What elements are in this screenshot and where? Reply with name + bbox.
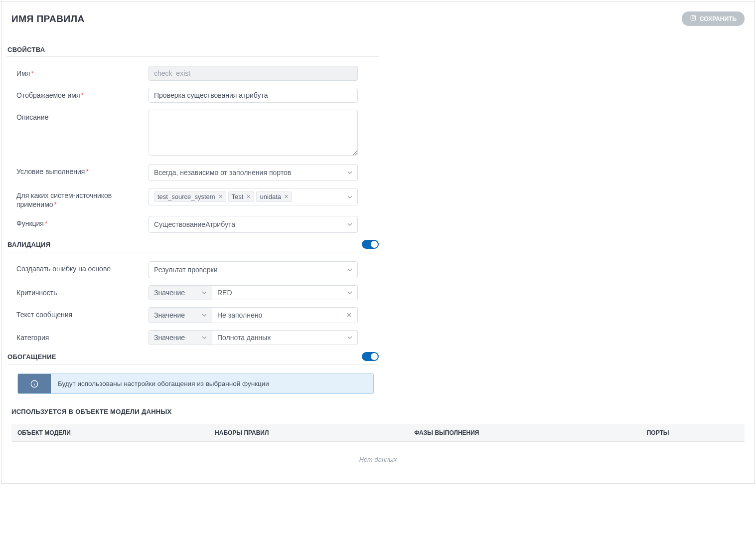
- chevron-down-icon: [347, 267, 352, 272]
- error-basis-value: Результат проверки: [154, 266, 347, 274]
- validation-toggle[interactable]: [362, 240, 379, 249]
- col-phases: ФАЗЫ ВЫПОЛНЕНИЯ: [408, 424, 641, 442]
- condition-label: Условие выполнения*: [16, 164, 149, 176]
- category-value-select[interactable]: Полнота данных: [212, 330, 358, 345]
- message-mode-select[interactable]: Значение: [149, 307, 212, 323]
- condition-select[interactable]: Всегда, независимо от заполнения портов: [149, 164, 358, 181]
- condition-value: Всегда, независимо от заполнения портов: [154, 169, 347, 177]
- source-tag: Test✕: [228, 191, 255, 202]
- source-tag: test_source_system✕: [154, 191, 226, 202]
- function-label: Функция*: [16, 216, 149, 228]
- description-textarea[interactable]: [149, 110, 358, 156]
- source-tag: unidata✕: [256, 191, 292, 202]
- col-rule-sets: НАБОРЫ ПРАВИЛ: [209, 424, 408, 442]
- tag-remove-icon[interactable]: ✕: [218, 193, 223, 200]
- chevron-down-icon: [202, 313, 207, 318]
- col-ports: ПОРТЫ: [641, 424, 745, 442]
- col-model-object: ОБЪЕКТ МОДЕЛИ: [11, 424, 209, 442]
- message-value-input[interactable]: Не заполнено ✕: [212, 307, 358, 323]
- error-basis-label: Создавать ошибку на основе: [16, 261, 149, 273]
- save-button[interactable]: СОХРАНИТЬ: [682, 11, 745, 26]
- enrichment-info-text: Будут использованы настройки обогащения …: [51, 374, 276, 393]
- info-icon: [18, 374, 51, 393]
- usage-table: ОБЪЕКТ МОДЕЛИ НАБОРЫ ПРАВИЛ ФАЗЫ ВЫПОЛНЕ…: [11, 424, 745, 442]
- chevron-down-icon: [347, 335, 352, 340]
- validation-section-title: ВАЛИДАЦИЯ: [7, 241, 50, 248]
- tag-remove-icon[interactable]: ✕: [284, 193, 289, 200]
- criticality-value-select[interactable]: RED: [212, 285, 358, 300]
- sources-select[interactable]: test_source_system✕ Test✕ unidata✕: [149, 188, 358, 205]
- save-icon: [690, 14, 697, 23]
- save-button-label: СОХРАНИТЬ: [700, 15, 737, 22]
- chevron-down-icon: [347, 170, 352, 175]
- error-basis-select[interactable]: Результат проверки: [149, 261, 358, 278]
- clear-icon[interactable]: ✕: [346, 311, 352, 320]
- category-mode-select[interactable]: Значение: [149, 330, 212, 345]
- display-name-label: Отображаемое имя*: [16, 88, 149, 100]
- display-name-input[interactable]: [149, 88, 358, 103]
- sources-label: Для каких систем-источников применимо*: [16, 188, 149, 209]
- description-label: Описание: [16, 110, 149, 122]
- usage-section-title: ИСПОЛЬЗУЕТСЯ В ОБЪЕКТЕ МОДЕЛИ ДАННЫХ: [11, 408, 745, 415]
- name-label: Имя*: [16, 66, 149, 78]
- category-label: Категория: [16, 330, 149, 342]
- function-value: СуществованиеАтрибута: [154, 220, 347, 228]
- enrichment-section-title: ОБОГАЩЕНИЕ: [7, 353, 56, 361]
- message-label: Текст сообщения: [16, 307, 149, 319]
- chevron-down-icon: [202, 335, 207, 340]
- chevron-down-icon: [347, 222, 352, 227]
- function-select[interactable]: СуществованиеАтрибута: [149, 216, 358, 233]
- criticality-mode-select[interactable]: Значение: [149, 285, 212, 300]
- name-input[interactable]: [149, 66, 358, 81]
- chevron-down-icon: [347, 290, 352, 295]
- page-title: ИМЯ ПРАВИЛА: [11, 13, 85, 24]
- properties-section-title: СВОЙСТВА: [7, 46, 45, 53]
- table-empty-text: Нет данных: [11, 442, 745, 477]
- tag-remove-icon[interactable]: ✕: [246, 193, 251, 200]
- enrichment-toggle[interactable]: [362, 352, 379, 361]
- chevron-down-icon: [202, 290, 207, 295]
- criticality-label: Критичность: [16, 285, 149, 297]
- chevron-down-icon: [347, 194, 352, 199]
- svg-rect-0: [691, 15, 695, 20]
- enrichment-info-banner: Будут использованы настройки обогащения …: [17, 373, 374, 394]
